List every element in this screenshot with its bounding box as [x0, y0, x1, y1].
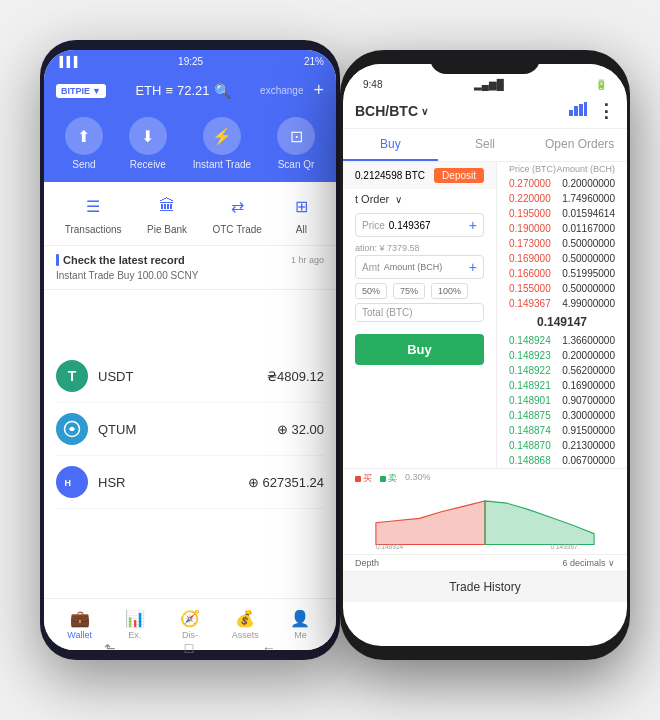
order-type-label: t Order	[355, 193, 389, 205]
svg-rect-3	[574, 106, 578, 116]
iphone-signal: ▂▄▆█	[474, 79, 504, 90]
all-icon: ⊞	[287, 192, 315, 220]
bid-row: 0.148870 0.21300000	[497, 438, 627, 453]
hsr-name: HSR	[98, 475, 248, 490]
coin-list: T USDT ₴4809.12 QTUM ⊕ 32.00	[44, 350, 336, 509]
nav-exchange[interactable]: 📊 Ex.	[107, 609, 162, 640]
empty-space	[44, 290, 336, 350]
buy-form: 0.2124598 BTC Deposit t Order ∨ Price +	[343, 162, 497, 468]
trade-tabs: Buy Sell Open Orders	[343, 129, 627, 162]
order-type-chevron[interactable]: ∨	[395, 194, 402, 205]
depth-chart-container: 0.148924 0.149367	[343, 490, 627, 554]
btc-amount: 0.2124598 BTC	[355, 170, 425, 181]
legend-sell: 卖	[380, 472, 397, 485]
pct-100[interactable]: 100%	[431, 283, 468, 299]
trade-history-button[interactable]: Trade History	[343, 571, 627, 602]
main-content: 0.2124598 BTC Deposit t Order ∨ Price +	[343, 162, 627, 468]
nav-discover[interactable]: 🧭 Dis-	[162, 609, 217, 640]
tab-buy[interactable]: Buy	[343, 129, 438, 161]
send-button[interactable]: ⬆ Send	[65, 117, 103, 170]
record-section: Check the latest record 1 hr ago Instant…	[44, 246, 336, 290]
bid-row: 0.148923 0.20000000	[497, 348, 627, 363]
menu-row: ☰ Transactions 🏛 Pie Bank ⇄ OTC Trade ⊞ …	[44, 182, 336, 246]
android-battery: 21%	[304, 56, 324, 67]
svg-rect-4	[579, 104, 583, 116]
menu-all[interactable]: ⊞ All	[287, 192, 315, 235]
pair-selector[interactable]: BCH/BTC ∨	[355, 103, 428, 119]
chart-icon[interactable]	[569, 102, 587, 120]
iphone: 9:48 ▂▄▆█ 🔋 BCH/BTC ∨	[340, 50, 630, 660]
coin-item-usdt[interactable]: T USDT ₴4809.12	[56, 350, 324, 403]
ask-row: 0.270000 0.20000000	[497, 176, 627, 191]
amount-input[interactable]	[384, 262, 469, 272]
search-icon[interactable]: 🔍	[214, 83, 231, 99]
scan-qr-button[interactable]: ⊡ Scan Qr	[277, 117, 315, 170]
recent-soft-btn[interactable]: ←	[262, 640, 276, 656]
receive-icon: ⬇	[129, 117, 167, 155]
chart-section: 买 卖 0.30% 0.1489	[343, 468, 627, 571]
usdt-balance: ₴4809.12	[267, 369, 324, 384]
back-soft-btn[interactable]: ⬑	[104, 640, 116, 656]
tab-open-orders[interactable]: Open Orders	[532, 129, 627, 161]
nav-assets[interactable]: 💰 Assets	[218, 609, 273, 640]
pct-50[interactable]: 50%	[355, 283, 387, 299]
more-icon[interactable]: ⋮	[597, 100, 615, 122]
coin-item-qtum[interactable]: QTUM ⊕ 32.00	[56, 403, 324, 456]
nav-wallet[interactable]: 💼 Wallet	[52, 609, 107, 640]
record-header: Check the latest record 1 hr ago	[56, 254, 324, 266]
android-signal: ▐▐▐	[56, 56, 77, 67]
pair-chevron: ∨	[421, 106, 428, 117]
tab-sell[interactable]: Sell	[438, 129, 533, 161]
lightning-icon: ⚡	[203, 117, 241, 155]
bid-row: 0.148868 0.06700000	[497, 453, 627, 468]
usdt-name: USDT	[98, 369, 267, 384]
bid-row: 0.148924 1.36600000	[497, 333, 627, 348]
orderbook: Price (BTC) Amount (BCH) 0.270000 0.2000…	[497, 162, 627, 468]
pct-75[interactable]: 75%	[393, 283, 425, 299]
svg-rect-5	[584, 102, 587, 116]
android-header: BITPIE ▼ ETH ≡ 72.21 🔍 exchange +	[44, 72, 336, 111]
amount-plus-btn[interactable]: +	[469, 259, 477, 275]
ask-row: 0.190000 0.01167000	[497, 221, 627, 236]
bitpie-logo[interactable]: BITPIE ▼	[56, 84, 106, 98]
menu-pie-bank[interactable]: 🏛 Pie Bank	[147, 192, 187, 235]
price-input-row: Price +	[355, 213, 484, 237]
plus-icon[interactable]: +	[313, 80, 324, 101]
deposit-row: 0.2124598 BTC Deposit	[343, 162, 496, 189]
transactions-icon: ☰	[79, 192, 107, 220]
send-icon: ⬆	[65, 117, 103, 155]
bank-icon: 🏛	[153, 192, 181, 220]
buy-button[interactable]: Buy	[355, 334, 484, 365]
price-plus-btn[interactable]: +	[469, 217, 477, 233]
estimation-label: ation: ¥ 7379.58	[355, 241, 484, 255]
menu-transactions[interactable]: ☰ Transactions	[65, 192, 122, 235]
assets-icon: 💰	[235, 609, 255, 628]
total-input[interactable]	[417, 307, 477, 318]
android-phone: ▐▐▐ 19:25 21% BITPIE ▼ ETH ≡ 72.21 🔍 exc…	[40, 40, 340, 660]
mid-price: 0.149147	[497, 311, 627, 333]
iphone-time: 9:48	[363, 79, 382, 90]
ask-row: 0.166000 0.51995000	[497, 266, 627, 281]
svg-text:0.148924: 0.148924	[376, 543, 404, 550]
decimals-selector[interactable]: 6 decimals ∨	[562, 558, 615, 568]
instant-trade-button[interactable]: ⚡ Instant Trade	[193, 117, 251, 170]
android-time: 19:25	[178, 56, 203, 67]
legend-buy: 买	[355, 472, 372, 485]
wallet-icon: 💼	[70, 609, 90, 628]
iphone-screen: 9:48 ▂▄▆█ 🔋 BCH/BTC ∨	[343, 64, 627, 646]
deposit-button[interactable]: Deposit	[434, 168, 484, 183]
iphone-battery: 🔋	[595, 79, 607, 90]
receive-button[interactable]: ⬇ Receive	[129, 117, 167, 170]
depth-row: Depth 6 decimals ∨	[343, 554, 627, 571]
ask-row: 0.220000 1.74960000	[497, 191, 627, 206]
otc-icon: ⇄	[223, 192, 251, 220]
menu-otc-trade[interactable]: ⇄ OTC Trade	[212, 192, 261, 235]
order-type-row: t Order ∨	[343, 189, 496, 209]
depth-chart: 0.148924 0.149367	[355, 490, 615, 550]
coin-item-hsr[interactable]: H HSR ⊕ 627351.24	[56, 456, 324, 509]
exchange-label: exchange	[260, 85, 303, 96]
record-time: 1 hr ago	[291, 255, 324, 265]
nav-me[interactable]: 👤 Me	[273, 609, 328, 640]
price-input[interactable]	[389, 220, 469, 231]
home-soft-btn[interactable]: □	[185, 640, 193, 656]
